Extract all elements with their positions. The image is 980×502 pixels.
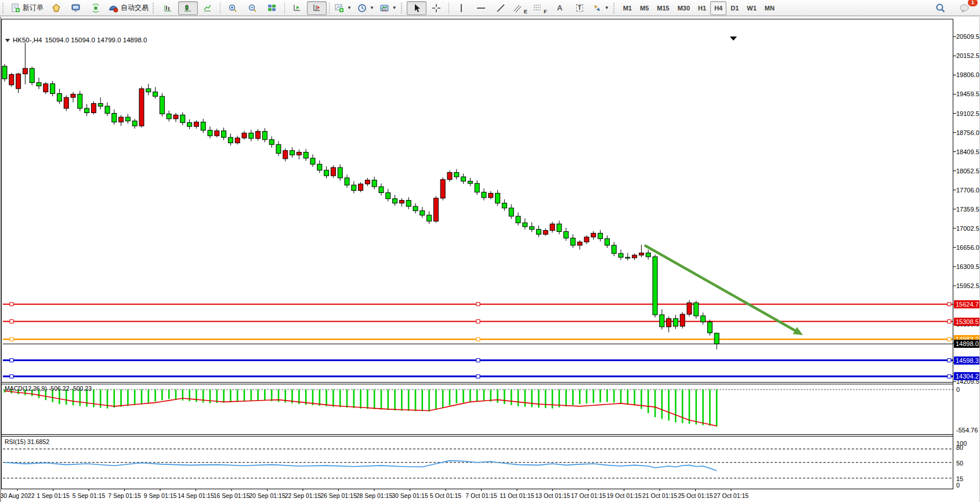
candle: [310, 158, 315, 164]
text-label-button[interactable]: T: [570, 1, 590, 15]
candle: [16, 74, 21, 88]
time-tick-label: 13 Oct 01:15: [535, 492, 570, 499]
vertical-line-button[interactable]: [451, 1, 471, 15]
candle: [359, 184, 363, 190]
arrows-button[interactable]: ▼: [590, 1, 612, 15]
tab-W1[interactable]: W1: [743, 1, 761, 15]
tab-D1[interactable]: D1: [726, 1, 743, 15]
candle: [502, 203, 507, 208]
level-handle[interactable]: [476, 374, 480, 378]
autotrading-button[interactable]: 自动交易: [106, 1, 151, 15]
bar-chart-icon: [164, 3, 173, 13]
candle: [619, 253, 623, 257]
tab-M1[interactable]: M1: [619, 1, 636, 15]
tile-windows-button[interactable]: [262, 1, 282, 15]
candle: [475, 183, 479, 192]
time-tick-label: 16 Sep 01:15: [214, 492, 249, 499]
templates-button[interactable]: ▼: [377, 1, 400, 15]
candle: [667, 319, 671, 327]
zoom-out-button[interactable]: [243, 1, 262, 15]
time-tick-label: 14 Sep 01:15: [178, 492, 214, 499]
candle: [262, 132, 267, 140]
line-chart-button[interactable]: [198, 1, 218, 15]
candle: [530, 227, 534, 230]
trendline-button[interactable]: [491, 1, 511, 15]
crosshair-button[interactable]: [426, 1, 446, 15]
new-order-icon: [11, 3, 20, 13]
level-handle[interactable]: [10, 303, 13, 306]
fibonacci-icon: [533, 3, 541, 13]
time-tick-label: 22 Sep 01:15: [285, 492, 321, 499]
auto-scroll-button[interactable]: [287, 1, 307, 15]
candle: [167, 114, 171, 118]
clock-icon: [357, 3, 367, 13]
chart-profile-button[interactable]: [46, 1, 66, 15]
level-handle[interactable]: [948, 374, 951, 378]
rsi-line: [5, 461, 717, 471]
bar-chart-button[interactable]: [158, 1, 178, 15]
level-handle[interactable]: [948, 359, 951, 362]
text-button[interactable]: A: [550, 1, 570, 15]
chart-ohlc: 15094.0 15094.0 14799.0 14898.0: [45, 37, 147, 43]
candle: [324, 170, 329, 176]
tab-M5[interactable]: M5: [636, 1, 653, 15]
level-handle[interactable]: [10, 337, 13, 341]
candle: [256, 132, 261, 139]
cursor-icon: [413, 3, 421, 13]
tab-H1[interactable]: H1: [694, 1, 710, 15]
candle: [379, 187, 384, 192]
toolbar-drag-handle[interactable]: [2, 3, 6, 13]
tab-M15[interactable]: M15: [653, 1, 673, 15]
level-handle[interactable]: [10, 374, 13, 378]
collapse-icon[interactable]: [5, 39, 10, 42]
candle: [406, 201, 411, 206]
fibonacci-button[interactable]: F: [530, 1, 550, 15]
tab-H4[interactable]: H4: [710, 1, 726, 15]
price-tick-label: 17706.0: [956, 187, 979, 194]
horizontal-line-button[interactable]: [471, 1, 491, 15]
toolbar-drag-handle[interactable]: [153, 3, 156, 13]
zoom-in-button[interactable]: [223, 1, 243, 15]
notifications-button[interactable]: 1: [954, 1, 974, 15]
candle: [420, 211, 425, 216]
candle: [215, 131, 219, 136]
candle: [536, 230, 541, 234]
time-tick-label: 25 Oct 01:15: [678, 492, 713, 499]
indicators-button[interactable]: ▼: [332, 1, 355, 15]
level-handle[interactable]: [948, 303, 951, 306]
level-handle[interactable]: [10, 359, 13, 362]
candle: [44, 83, 48, 92]
candle: [208, 130, 212, 136]
tab-MN[interactable]: MN: [761, 1, 779, 15]
chart-canvas[interactable]: [1, 17, 980, 502]
chart-shift-button[interactable]: [307, 1, 327, 15]
candlestick-button[interactable]: [178, 1, 198, 15]
candle: [570, 238, 575, 245]
level-handle[interactable]: [948, 320, 951, 323]
level-handle[interactable]: [476, 303, 480, 306]
candle: [694, 303, 699, 316]
level-handle[interactable]: [948, 337, 951, 341]
level-handle[interactable]: [10, 320, 13, 323]
level-handle[interactable]: [476, 359, 480, 362]
chart-window[interactable]: HK50-,H4 15094.0 15094.0 14799.0 14898.0…: [0, 17, 980, 502]
channel-button[interactable]: E: [511, 1, 530, 15]
candle: [57, 93, 62, 101]
data-window-button[interactable]: [66, 1, 86, 15]
search-button[interactable]: [930, 1, 950, 15]
toolbar-drag-handle[interactable]: [401, 3, 404, 13]
toolbar-drag-handle[interactable]: [613, 3, 617, 13]
chart-shift-marker[interactable]: [730, 37, 737, 41]
tab-M30[interactable]: M30: [674, 1, 694, 15]
level-handle[interactable]: [476, 320, 480, 323]
new-order-button[interactable]: 新订单: [8, 1, 46, 15]
navigator-button[interactable]: [86, 1, 106, 15]
level-price-box: 15624.7: [954, 300, 980, 308]
level-handle[interactable]: [476, 337, 480, 341]
periods-button[interactable]: ▼: [355, 1, 377, 15]
candle: [639, 253, 643, 255]
candle: [64, 97, 68, 108]
templates-icon: [380, 3, 389, 13]
autotrading-label: 自动交易: [121, 3, 149, 13]
cursor-button[interactable]: [407, 1, 426, 15]
